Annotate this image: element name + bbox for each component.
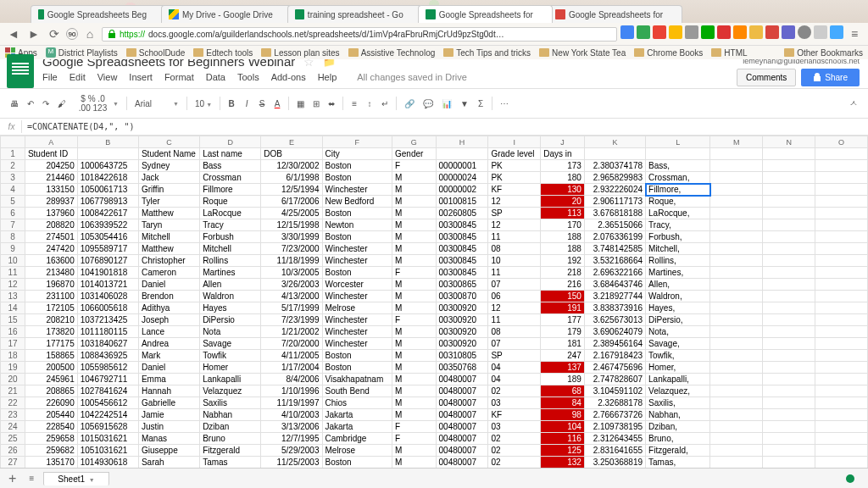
col-header[interactable]: G <box>392 136 437 148</box>
cell[interactable]: Allen <box>200 279 261 291</box>
cell[interactable]: 274501 <box>25 231 77 243</box>
cell[interactable] <box>815 291 868 302</box>
cell[interactable]: Andrea <box>138 338 199 350</box>
cell[interactable]: Bass <box>200 160 261 172</box>
cell[interactable]: South Bend <box>322 385 392 397</box>
cell[interactable]: 4/10/2003 <box>261 409 322 421</box>
cell[interactable]: KF <box>488 409 541 421</box>
cell[interactable]: 205440 <box>25 409 77 421</box>
cell[interactable] <box>710 243 763 255</box>
bookmark-item[interactable]: Tech Tips and tricks <box>443 48 531 58</box>
cell[interactable]: 216 <box>541 279 585 291</box>
row-header[interactable]: 25 <box>1 433 25 445</box>
cell[interactable]: 231100 <box>25 291 77 302</box>
cell[interactable] <box>646 148 710 160</box>
cell[interactable]: Jakarta <box>322 421 392 433</box>
cell[interactable]: 1031840627 <box>77 338 138 350</box>
comments-button[interactable]: Comments <box>737 69 796 86</box>
col-header[interactable]: M <box>710 136 763 148</box>
cell[interactable]: 12/15/1998 <box>261 219 322 231</box>
cell[interactable]: Waldron <box>200 291 261 302</box>
strike-icon[interactable]: S <box>255 97 269 110</box>
cell[interactable]: DiPersio <box>200 314 261 326</box>
more-icon[interactable]: ⋯ <box>497 97 512 110</box>
cell[interactable]: 2.36515066 <box>584 219 645 231</box>
cell[interactable]: 7/23/2000 <box>261 243 322 255</box>
cell[interactable]: LaRocque <box>200 208 261 219</box>
cell[interactable]: Lance <box>138 326 199 338</box>
cell[interactable]: 3.690624079 <box>584 326 645 338</box>
cell[interactable]: 213480 <box>25 267 77 279</box>
menu-add-ons[interactable]: Add-ons <box>271 72 306 82</box>
cell[interactable] <box>815 231 868 243</box>
cell[interactable]: M <box>392 409 437 421</box>
cell[interactable]: 00300870 <box>436 291 488 302</box>
cell[interactable]: M <box>392 208 437 219</box>
cell[interactable]: 1063939522 <box>77 219 138 231</box>
cell[interactable]: M <box>392 196 437 208</box>
cell[interactable]: 1050061713 <box>77 184 138 196</box>
comment-icon[interactable]: 💬 <box>420 97 437 110</box>
cell[interactable]: 208820 <box>25 219 77 231</box>
cell[interactable] <box>710 445 763 457</box>
cell[interactable]: 113 <box>541 208 585 219</box>
cell[interactable]: Waldron, <box>646 291 710 302</box>
cell[interactable]: 125 <box>541 445 585 457</box>
link-icon[interactable]: 🔗 <box>401 97 418 110</box>
cell[interactable]: Tracy <box>200 219 261 231</box>
cell[interactable]: 2.32688178 <box>584 397 645 409</box>
col-header[interactable]: I <box>488 136 541 148</box>
cell[interactable]: 00300845 <box>436 231 488 243</box>
cell[interactable]: DiPersio, <box>646 314 710 326</box>
cell[interactable]: 00480007 <box>436 433 488 445</box>
cell[interactable] <box>815 302 868 314</box>
menu-format[interactable]: Format <box>164 72 194 82</box>
cell[interactable]: 208865 <box>25 385 77 397</box>
cell[interactable] <box>763 397 815 409</box>
cell[interactable]: Boston <box>322 350 392 362</box>
cell[interactable]: 00480007 <box>436 397 488 409</box>
browser-tab[interactable]: training spreadsheet - Go <box>287 5 423 23</box>
col-header[interactable]: A <box>25 136 77 148</box>
cell[interactable]: 6/17/2006 <box>261 196 322 208</box>
cell[interactable] <box>710 172 763 184</box>
cell[interactable]: 00310805 <box>436 350 488 362</box>
col-header[interactable]: E <box>261 136 322 148</box>
cell[interactable]: 5/29/2003 <box>261 445 322 457</box>
col-header[interactable]: D <box>200 136 261 148</box>
cell[interactable] <box>815 172 868 184</box>
cell[interactable]: Mark <box>138 350 199 362</box>
cell[interactable] <box>77 148 138 160</box>
cell[interactable]: Velazquez, <box>646 385 710 397</box>
row-header[interactable]: 15 <box>1 314 25 326</box>
cell[interactable]: Jakarta <box>322 409 392 421</box>
bookmark-item[interactable]: Edtech tools <box>193 48 253 58</box>
cell[interactable]: Boston <box>322 457 392 469</box>
cell[interactable]: 188 <box>541 231 585 243</box>
menu-edit[interactable]: Edit <box>70 72 86 82</box>
cell[interactable] <box>815 421 868 433</box>
cell[interactable] <box>710 385 763 397</box>
bookmark-item[interactable]: Chrome Books <box>634 48 703 58</box>
cell[interactable] <box>710 350 763 362</box>
cell[interactable]: Rollins <box>200 255 261 267</box>
cell[interactable] <box>763 279 815 291</box>
cell[interactable]: Lankapalli <box>200 374 261 385</box>
cell[interactable]: 04 <box>488 362 541 374</box>
cell[interactable]: Fitzgerald, <box>646 445 710 457</box>
cell[interactable] <box>710 279 763 291</box>
cell[interactable]: 00260805 <box>436 208 488 219</box>
undo-icon[interactable]: ↶ <box>24 97 37 110</box>
ext-icon-4[interactable] <box>669 25 682 39</box>
cell[interactable] <box>815 338 868 350</box>
cell[interactable]: 226090 <box>25 397 77 409</box>
row-header[interactable]: 27 <box>1 457 25 469</box>
cell[interactable]: M <box>392 255 437 267</box>
cell[interactable]: 3.838373916 <box>584 302 645 314</box>
cell[interactable]: Boston <box>322 172 392 184</box>
cell[interactable]: Forbush, <box>646 231 710 243</box>
cell[interactable]: 07 <box>488 338 541 350</box>
row-header[interactable]: 21 <box>1 385 25 397</box>
cell[interactable]: 1088436925 <box>77 350 138 362</box>
cell[interactable] <box>710 291 763 302</box>
